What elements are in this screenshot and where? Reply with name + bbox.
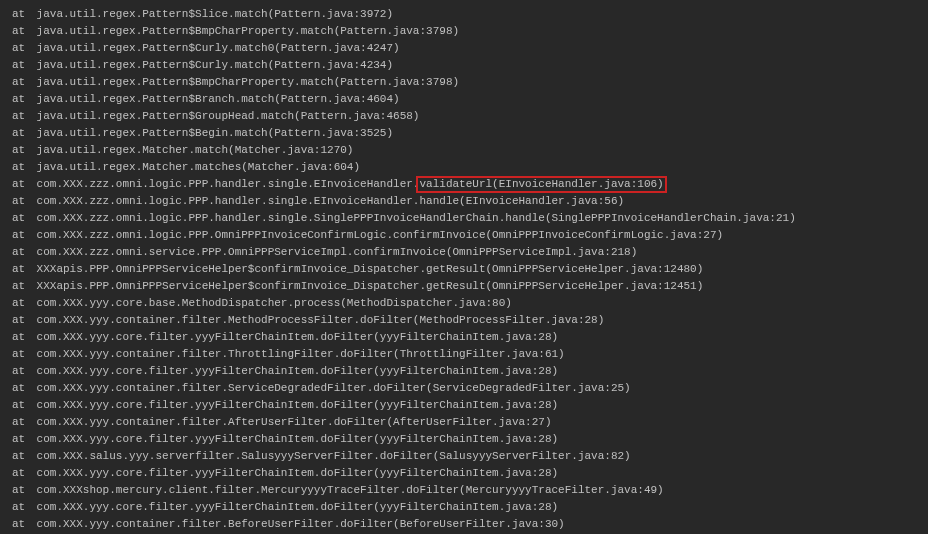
stack-frame-17: at com.XXX.yyy.core.base.MethodDispatche… [0, 295, 928, 312]
stack-frame-text: com.XXX.zzz.omni.service.PPP.OmniPPPServ… [37, 246, 638, 258]
stack-frame-text: com.XXX.yyy.core.filter.yyyFilterChainIt… [37, 433, 559, 445]
stack-at-keyword: at [12, 329, 30, 346]
stack-frame-13: at com.XXX.zzz.omni.logic.PPP.OmniPPPInv… [0, 227, 928, 244]
stack-frame-30: at com.XXX.yyy.container.filter.BeforeUs… [0, 516, 928, 533]
stack-frame-text: com.XXX.yyy.container.filter.ServiceDegr… [37, 382, 631, 394]
stack-frame-text: java.util.regex.Pattern$Slice.match(Patt… [37, 8, 393, 20]
stack-at-keyword: at [12, 380, 30, 397]
stack-frame-16: at XXXapis.PPP.OmniPPPServiceHelper$conf… [0, 278, 928, 295]
stack-at-keyword: at [12, 74, 30, 91]
stack-frame-4: at java.util.regex.Pattern$BmpCharProper… [0, 74, 928, 91]
stack-frame-text: java.util.regex.Pattern$Curly.match(Patt… [37, 59, 393, 71]
stack-frame-3: at java.util.regex.Pattern$Curly.match(P… [0, 57, 928, 74]
stack-at-keyword: at [12, 448, 30, 465]
stack-frame-text: com.XXX.yyy.core.filter.yyyFilterChainIt… [37, 365, 559, 377]
stack-frame-text: java.util.regex.Pattern$Branch.match(Pat… [37, 93, 400, 105]
stack-frame-8: at java.util.regex.Matcher.match(Matcher… [0, 142, 928, 159]
stack-frame-10: at com.XXX.zzz.omni.logic.PPP.handler.si… [0, 176, 928, 193]
stack-frame-text: com.XXX.zzz.omni.logic.PPP.handler.singl… [37, 212, 796, 224]
stack-at-keyword: at [12, 176, 30, 193]
stack-frame-27: at com.XXX.yyy.core.filter.yyyFilterChai… [0, 465, 928, 482]
stack-at-keyword: at [12, 57, 30, 74]
stack-frame-21: at com.XXX.yyy.core.filter.yyyFilterChai… [0, 363, 928, 380]
stack-at-keyword: at [12, 312, 30, 329]
stack-at-keyword: at [12, 91, 30, 108]
stack-at-keyword: at [12, 465, 30, 482]
stack-frame-25: at com.XXX.yyy.core.filter.yyyFilterChai… [0, 431, 928, 448]
stack-at-keyword: at [12, 363, 30, 380]
stack-frame-text: com.XXX.zzz.omni.logic.PPP.handler.singl… [37, 178, 664, 190]
stack-at-keyword: at [12, 499, 30, 516]
stack-frame-18: at com.XXX.yyy.container.filter.MethodPr… [0, 312, 928, 329]
stack-frame-text: com.XXX.yyy.core.filter.yyyFilterChainIt… [37, 331, 559, 343]
stack-frame-20: at com.XXX.yyy.container.filter.Throttli… [0, 346, 928, 363]
stack-frame-text: com.XXX.yyy.container.filter.ThrottlingF… [37, 348, 565, 360]
stack-at-keyword: at [12, 142, 30, 159]
stack-at-keyword: at [12, 414, 30, 431]
stack-frame-19: at com.XXX.yyy.core.filter.yyyFilterChai… [0, 329, 928, 346]
stack-frame-24: at com.XXX.yyy.container.filter.AfterUse… [0, 414, 928, 431]
stack-frame-text: com.XXX.salus.yyy.serverfilter.SalusyyyS… [37, 450, 631, 462]
stack-frame-text: com.XXX.yyy.container.filter.AfterUserFi… [37, 416, 552, 428]
stack-frame-text: java.util.regex.Pattern$BmpCharProperty.… [37, 76, 459, 88]
stack-frame-2: at java.util.regex.Pattern$Curly.match0(… [0, 40, 928, 57]
stack-at-keyword: at [12, 431, 30, 448]
stack-at-keyword: at [12, 193, 30, 210]
stack-frame-28: at com.XXXshop.mercury.client.filter.Mer… [0, 482, 928, 499]
stack-frame-text: java.util.regex.Matcher.match(Matcher.ja… [37, 144, 354, 156]
stack-frame-text: com.XXX.zzz.omni.logic.PPP.handler.singl… [37, 195, 625, 207]
stack-at-keyword: at [12, 23, 30, 40]
stack-frame-text: java.util.regex.Pattern$Begin.match(Patt… [37, 127, 393, 139]
stack-at-keyword: at [12, 159, 30, 176]
stack-frame-text: com.XXX.yyy.core.base.MethodDispatcher.p… [37, 297, 512, 309]
stack-frame-12: at com.XXX.zzz.omni.logic.PPP.handler.si… [0, 210, 928, 227]
stack-at-keyword: at [12, 278, 30, 295]
stack-at-keyword: at [12, 244, 30, 261]
stack-frame-text: com.XXX.yyy.core.filter.yyyFilterChainIt… [37, 501, 559, 513]
stack-frame-22: at com.XXX.yyy.container.filter.ServiceD… [0, 380, 928, 397]
stack-at-keyword: at [12, 516, 30, 533]
stack-at-keyword: at [12, 295, 30, 312]
stack-frame-23: at com.XXX.yyy.core.filter.yyyFilterChai… [0, 397, 928, 414]
stack-frame-text: com.XXXshop.mercury.client.filter.Mercur… [37, 484, 664, 496]
stack-at-keyword: at [12, 397, 30, 414]
stack-frame-6: at java.util.regex.Pattern$GroupHead.mat… [0, 108, 928, 125]
stack-frame-5: at java.util.regex.Pattern$Branch.match(… [0, 91, 928, 108]
stack-frame-9: at java.util.regex.Matcher.matches(Match… [0, 159, 928, 176]
stack-frame-text: XXXapis.PPP.OmniPPPServiceHelper$confirm… [37, 280, 704, 292]
stack-at-keyword: at [12, 125, 30, 142]
stack-frame-text: com.XXX.yyy.container.filter.MethodProce… [37, 314, 605, 326]
stack-frame-14: at com.XXX.zzz.omni.service.PPP.OmniPPPS… [0, 244, 928, 261]
stack-frame-text: XXXapis.PPP.OmniPPPServiceHelper$confirm… [37, 263, 704, 275]
stack-frame-text: java.util.regex.Matcher.matches(Matcher.… [37, 161, 360, 173]
stack-at-keyword: at [12, 108, 30, 125]
stack-at-keyword: at [12, 482, 30, 499]
stack-frame-26: at com.XXX.salus.yyy.serverfilter.Salusy… [0, 448, 928, 465]
stack-at-keyword: at [12, 261, 30, 278]
stack-frame-text: com.XXX.yyy.core.filter.yyyFilterChainIt… [37, 399, 559, 411]
stack-at-keyword: at [12, 210, 30, 227]
stack-frame-text: java.util.regex.Pattern$GroupHead.match(… [37, 110, 420, 122]
stack-frame-15: at XXXapis.PPP.OmniPPPServiceHelper$conf… [0, 261, 928, 278]
stack-at-keyword: at [12, 6, 30, 23]
stack-frame-text: java.util.regex.Pattern$BmpCharProperty.… [37, 25, 459, 37]
stack-at-keyword: at [12, 346, 30, 363]
stack-frame-7: at java.util.regex.Pattern$Begin.match(P… [0, 125, 928, 142]
highlighted-fragment: validateUrl(EInvoiceHandler.java:106) [419, 178, 663, 190]
stack-frame-text: com.XXX.yyy.container.filter.BeforeUserF… [37, 518, 565, 530]
stack-frame-text: com.XXX.yyy.core.filter.yyyFilterChainIt… [37, 467, 559, 479]
stack-frame-text: java.util.regex.Pattern$Curly.match0(Pat… [37, 42, 400, 54]
stack-frame-11: at com.XXX.zzz.omni.logic.PPP.handler.si… [0, 193, 928, 210]
stack-frame-0: at java.util.regex.Pattern$Slice.match(P… [0, 6, 928, 23]
stack-frame-1: at java.util.regex.Pattern$BmpCharProper… [0, 23, 928, 40]
stack-trace-console: at java.util.regex.Pattern$Slice.match(P… [0, 0, 928, 534]
stack-frame-29: at com.XXX.yyy.core.filter.yyyFilterChai… [0, 499, 928, 516]
stack-frame-text: com.XXX.zzz.omni.logic.PPP.OmniPPPInvoic… [37, 229, 724, 241]
stack-at-keyword: at [12, 40, 30, 57]
stack-at-keyword: at [12, 227, 30, 244]
